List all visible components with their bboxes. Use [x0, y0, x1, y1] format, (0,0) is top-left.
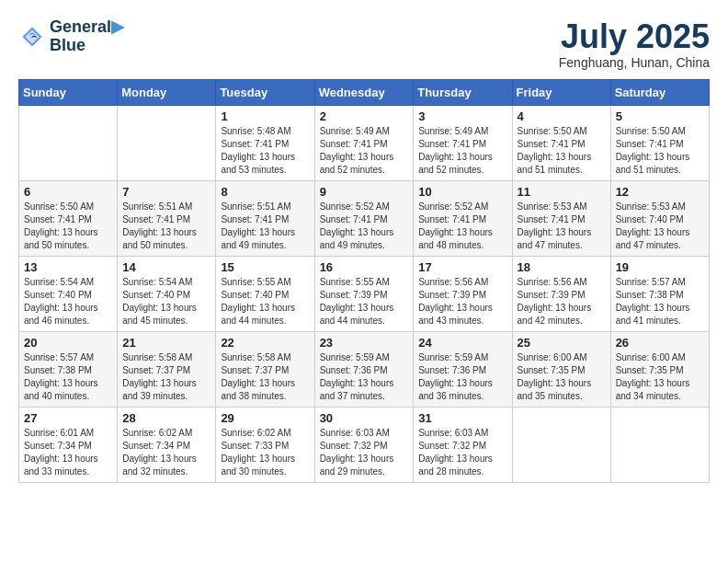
calendar-cell: 31Sunrise: 6:03 AM Sunset: 7:32 PM Dayli… — [414, 407, 512, 482]
day-number: 21 — [122, 336, 210, 350]
day-info: Sunrise: 5:56 AM Sunset: 7:39 PM Dayligh… — [418, 276, 506, 327]
calendar-cell: 7Sunrise: 5:51 AM Sunset: 7:41 PM Daylig… — [118, 180, 216, 256]
calendar-week-row: 6Sunrise: 5:50 AM Sunset: 7:41 PM Daylig… — [19, 180, 710, 256]
logo: General▶ Blue — [18, 18, 124, 55]
day-info: Sunrise: 5:57 AM Sunset: 7:38 PM Dayligh… — [616, 276, 704, 327]
day-number: 18 — [518, 260, 606, 274]
calendar-cell: 19Sunrise: 5:57 AM Sunset: 7:38 PM Dayli… — [610, 256, 709, 331]
calendar-week-row: 13Sunrise: 5:54 AM Sunset: 7:40 PM Dayli… — [19, 256, 710, 331]
day-info: Sunrise: 6:02 AM Sunset: 7:33 PM Dayligh… — [221, 427, 309, 478]
day-info: Sunrise: 5:54 AM Sunset: 7:40 PM Dayligh… — [122, 276, 210, 327]
title-block: July 2025 Fenghuang, Hunan, China — [559, 18, 710, 70]
day-info: Sunrise: 6:03 AM Sunset: 7:32 PM Dayligh… — [418, 427, 506, 478]
calendar-cell: 24Sunrise: 5:59 AM Sunset: 7:36 PM Dayli… — [414, 331, 512, 407]
calendar-week-row: 27Sunrise: 6:01 AM Sunset: 7:34 PM Dayli… — [19, 407, 710, 482]
day-info: Sunrise: 6:01 AM Sunset: 7:34 PM Dayligh… — [24, 427, 112, 478]
calendar-cell: 18Sunrise: 5:56 AM Sunset: 7:39 PM Dayli… — [512, 256, 610, 331]
day-number: 19 — [616, 260, 704, 274]
day-number: 6 — [24, 185, 112, 199]
calendar-cell — [19, 105, 118, 180]
day-info: Sunrise: 5:55 AM Sunset: 7:40 PM Dayligh… — [221, 276, 309, 327]
calendar-cell: 11Sunrise: 5:53 AM Sunset: 7:41 PM Dayli… — [512, 180, 610, 256]
calendar-cell: 27Sunrise: 6:01 AM Sunset: 7:34 PM Dayli… — [19, 407, 118, 482]
calendar-cell: 9Sunrise: 5:52 AM Sunset: 7:41 PM Daylig… — [314, 180, 414, 256]
day-number: 2 — [320, 109, 409, 123]
day-number: 20 — [24, 336, 112, 350]
calendar-cell: 14Sunrise: 5:54 AM Sunset: 7:40 PM Dayli… — [118, 256, 216, 331]
day-info: Sunrise: 5:55 AM Sunset: 7:39 PM Dayligh… — [320, 276, 409, 327]
day-number: 1 — [221, 109, 309, 123]
day-info: Sunrise: 5:53 AM Sunset: 7:40 PM Dayligh… — [616, 201, 704, 252]
day-number: 9 — [320, 185, 409, 199]
day-info: Sunrise: 5:58 AM Sunset: 7:37 PM Dayligh… — [122, 351, 210, 403]
page-header: General▶ Blue July 2025 Fenghuang, Hunan… — [18, 18, 710, 70]
day-number: 28 — [122, 411, 210, 425]
day-number: 4 — [518, 109, 606, 123]
day-number: 12 — [616, 185, 704, 199]
calendar-cell: 6Sunrise: 5:50 AM Sunset: 7:41 PM Daylig… — [19, 180, 118, 256]
calendar-cell: 28Sunrise: 6:02 AM Sunset: 7:34 PM Dayli… — [118, 407, 216, 482]
day-info: Sunrise: 5:51 AM Sunset: 7:41 PM Dayligh… — [122, 201, 210, 252]
day-number: 23 — [320, 336, 409, 350]
calendar-cell: 22Sunrise: 5:58 AM Sunset: 7:37 PM Dayli… — [216, 331, 314, 407]
day-number: 8 — [221, 185, 309, 199]
day-info: Sunrise: 5:50 AM Sunset: 7:41 PM Dayligh… — [616, 125, 704, 177]
calendar-cell: 20Sunrise: 5:57 AM Sunset: 7:38 PM Dayli… — [19, 331, 118, 407]
day-of-week-header: Monday — [118, 79, 216, 105]
day-number: 26 — [616, 336, 704, 350]
calendar-cell: 23Sunrise: 5:59 AM Sunset: 7:36 PM Dayli… — [314, 331, 414, 407]
day-number: 5 — [616, 109, 704, 123]
calendar-cell: 3Sunrise: 5:49 AM Sunset: 7:41 PM Daylig… — [414, 105, 512, 180]
day-info: Sunrise: 5:52 AM Sunset: 7:41 PM Dayligh… — [418, 201, 506, 252]
calendar-cell: 13Sunrise: 5:54 AM Sunset: 7:40 PM Dayli… — [19, 256, 118, 331]
day-of-week-header: Friday — [512, 79, 610, 105]
calendar-cell: 17Sunrise: 5:56 AM Sunset: 7:39 PM Dayli… — [414, 256, 512, 331]
logo-text: General▶ Blue — [50, 18, 124, 55]
calendar-cell: 29Sunrise: 6:02 AM Sunset: 7:33 PM Dayli… — [216, 407, 314, 482]
day-info: Sunrise: 6:00 AM Sunset: 7:35 PM Dayligh… — [616, 351, 704, 403]
day-of-week-header: Saturday — [610, 79, 709, 105]
calendar-cell: 8Sunrise: 5:51 AM Sunset: 7:41 PM Daylig… — [216, 180, 314, 256]
month-title: July 2025 — [559, 18, 710, 55]
calendar-week-row: 20Sunrise: 5:57 AM Sunset: 7:38 PM Dayli… — [19, 331, 710, 407]
calendar-cell: 25Sunrise: 6:00 AM Sunset: 7:35 PM Dayli… — [512, 331, 610, 407]
day-info: Sunrise: 6:00 AM Sunset: 7:35 PM Dayligh… — [518, 351, 606, 403]
day-number: 13 — [24, 260, 112, 274]
day-info: Sunrise: 5:49 AM Sunset: 7:41 PM Dayligh… — [418, 125, 506, 177]
day-info: Sunrise: 5:49 AM Sunset: 7:41 PM Dayligh… — [320, 125, 409, 177]
day-number: 30 — [320, 411, 409, 425]
day-number: 15 — [221, 260, 309, 274]
day-number: 3 — [418, 109, 506, 123]
day-info: Sunrise: 5:58 AM Sunset: 7:37 PM Dayligh… — [221, 351, 309, 403]
calendar-cell: 21Sunrise: 5:58 AM Sunset: 7:37 PM Dayli… — [118, 331, 216, 407]
day-of-week-header: Thursday — [414, 79, 512, 105]
day-info: Sunrise: 5:51 AM Sunset: 7:41 PM Dayligh… — [221, 201, 309, 252]
calendar-cell: 16Sunrise: 5:55 AM Sunset: 7:39 PM Dayli… — [314, 256, 414, 331]
day-number: 22 — [221, 336, 309, 350]
calendar-cell: 1Sunrise: 5:48 AM Sunset: 7:41 PM Daylig… — [216, 105, 314, 180]
day-number: 24 — [418, 336, 506, 350]
calendar-cell — [512, 407, 610, 482]
day-of-week-header: Tuesday — [216, 79, 314, 105]
calendar-table: SundayMondayTuesdayWednesdayThursdayFrid… — [18, 79, 710, 483]
day-info: Sunrise: 5:54 AM Sunset: 7:40 PM Dayligh… — [24, 276, 112, 327]
day-info: Sunrise: 5:52 AM Sunset: 7:41 PM Dayligh… — [320, 201, 409, 252]
day-number: 16 — [320, 260, 409, 274]
day-number: 29 — [221, 411, 309, 425]
calendar-cell: 5Sunrise: 5:50 AM Sunset: 7:41 PM Daylig… — [610, 105, 709, 180]
day-of-week-header: Sunday — [19, 79, 118, 105]
day-number: 7 — [122, 185, 210, 199]
day-info: Sunrise: 5:50 AM Sunset: 7:41 PM Dayligh… — [518, 125, 606, 177]
calendar-cell: 10Sunrise: 5:52 AM Sunset: 7:41 PM Dayli… — [414, 180, 512, 256]
day-number: 17 — [418, 260, 506, 274]
calendar-cell: 12Sunrise: 5:53 AM Sunset: 7:40 PM Dayli… — [610, 180, 709, 256]
calendar-header-row: SundayMondayTuesdayWednesdayThursdayFrid… — [19, 79, 710, 105]
calendar-cell — [610, 407, 709, 482]
calendar-cell: 26Sunrise: 6:00 AM Sunset: 7:35 PM Dayli… — [610, 331, 709, 407]
calendar-cell — [118, 105, 216, 180]
day-info: Sunrise: 6:02 AM Sunset: 7:34 PM Dayligh… — [122, 427, 210, 478]
day-info: Sunrise: 5:48 AM Sunset: 7:41 PM Dayligh… — [221, 125, 309, 177]
calendar-cell: 2Sunrise: 5:49 AM Sunset: 7:41 PM Daylig… — [314, 105, 414, 180]
day-info: Sunrise: 5:56 AM Sunset: 7:39 PM Dayligh… — [518, 276, 606, 327]
day-number: 11 — [518, 185, 606, 199]
